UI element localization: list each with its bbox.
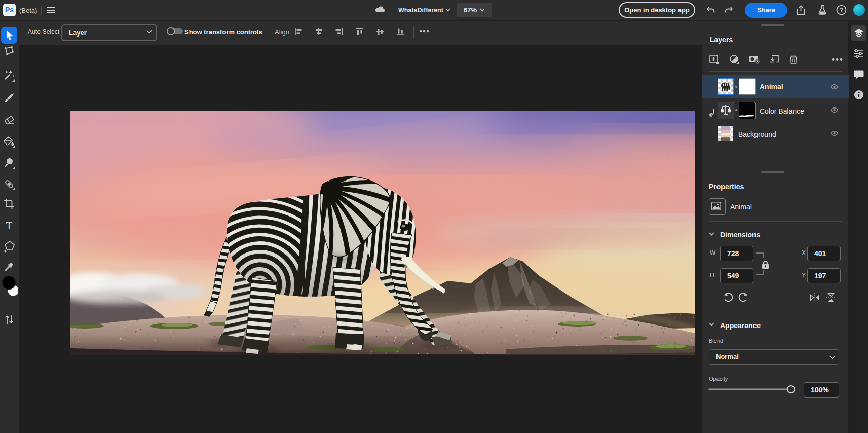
svg-text:T: T bbox=[6, 220, 13, 231]
svg-text:?: ? bbox=[840, 7, 843, 14]
